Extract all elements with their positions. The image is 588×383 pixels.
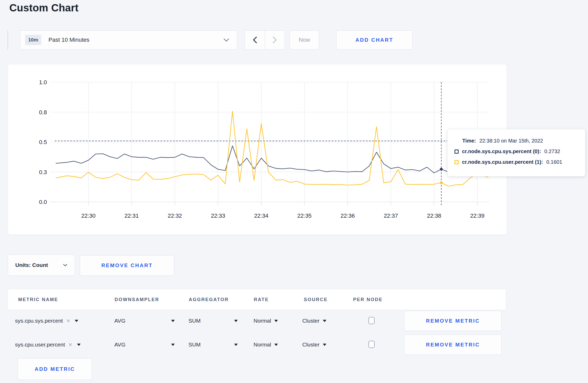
metric-name-value: sys.cpu.user.percent [15,342,65,348]
y-axis-tick-label: 1.0 [39,79,47,86]
x-axis-tick-label: 22:32 [168,212,182,219]
caret-down-icon [323,320,326,322]
x-axis-tick-label: 22:39 [470,212,484,219]
per-node-checkbox[interactable] [368,341,375,348]
time-forward-button[interactable] [265,31,285,49]
col-downsampler: DOWNSAMPLER [115,297,159,302]
metrics-table-header: METRIC NAME DOWNSAMPLER AGGREGATOR RATE … [8,289,506,310]
time-back-button[interactable] [245,31,265,49]
chevron-down-icon [63,264,67,266]
aggregator-select[interactable]: SUM [188,318,238,324]
chevron-left-icon [253,37,257,43]
remove-chart-label: REMOVE CHART [101,263,153,268]
caret-down-icon [75,320,78,322]
sys-series-swatch-icon [454,150,459,154]
remove-chart-button[interactable]: REMOVE CHART [80,255,174,276]
x-axis-tick-label: 22:30 [81,212,95,219]
col-rate: RATE [254,297,269,302]
now-button-label: Now [299,37,310,43]
aggregator-value: SUM [188,318,201,324]
toolbar-divider [8,30,8,49]
x-axis-tick-label: 22:31 [124,212,139,219]
x-axis-tick-label: 22:33 [211,212,225,219]
units-label: Units: Count [15,262,48,268]
tooltip-sys-value: 0.2732 [544,148,560,154]
rate-select[interactable]: Normal [254,342,278,348]
remove-metric-label: REMOVE METRIC [426,342,480,348]
metric-row: sys.cpu.user.percent × AVG SUM Normal Cl… [8,333,507,357]
metric-name-select[interactable]: sys.cpu.sys.percent × [15,317,78,324]
downsampler-select[interactable]: AVG [114,318,175,324]
page-title: Custom Chart [9,2,79,14]
col-per-node: PER NODE [353,297,383,302]
add-chart-button[interactable]: ADD CHART [336,30,412,49]
chart-card: 0.00.30.50.81.022:3022:3122:3222:3322:34… [8,64,507,235]
chevron-right-icon [273,37,277,43]
per-node-checkbox[interactable] [368,317,375,324]
y-axis-tick-label: 0.0 [39,199,47,205]
rate-value: Normal [254,342,271,348]
remove-metric-label: REMOVE METRIC [426,318,480,324]
metric-name-select[interactable]: sys.cpu.user.percent × [15,341,81,348]
col-aggregator: AGGREGATOR [189,297,229,302]
rate-select[interactable]: Normal [254,318,278,324]
remove-metric-x-icon[interactable]: × [69,341,72,348]
caret-down-icon [234,344,238,346]
units-dropdown[interactable]: Units: Count [8,254,75,276]
downsampler-value: AVG [114,342,125,348]
y-axis-tick-label: 0.8 [39,109,47,116]
tooltip-sys-label: cr.node.sys.cpu.sys.percent (0): [462,148,541,154]
metric-name-value: sys.cpu.sys.percent [15,318,63,324]
caret-down-icon [274,344,278,346]
tooltip-time-label: Time: [462,138,476,144]
x-axis-tick-label: 22:37 [384,212,398,219]
tooltip-user-value: 0.1601 [546,159,562,165]
downsampler-select[interactable]: AVG [114,342,175,348]
y-axis-tick-label: 0.3 [39,169,47,175]
series-cr.node.sys.cpu.user.percent [56,111,488,186]
chart-tooltip: Time: 22:38:10 on Mar 15th, 2022 cr.node… [447,129,585,176]
caret-down-icon [234,320,238,322]
x-axis-tick-label: 22:35 [297,212,312,219]
chevron-down-icon [223,38,229,42]
time-range-label: Past 10 Minutes [48,37,89,43]
y-axis-tick-label: 0.5 [39,139,47,145]
source-value: Cluster [302,318,320,324]
source-select[interactable]: Cluster [302,318,326,324]
rate-value: Normal [254,318,271,324]
user-series-swatch-icon [454,160,459,164]
caret-down-icon [77,344,81,346]
col-metric-name: METRIC NAME [18,297,58,302]
remove-metric-button[interactable]: REMOVE METRIC [404,335,502,355]
col-source: SOURCE [304,297,328,302]
aggregator-select[interactable]: SUM [188,342,238,348]
x-axis-tick-label: 22:38 [427,212,441,219]
caret-down-icon [323,344,326,346]
source-select[interactable]: Cluster [302,342,326,348]
x-axis-tick-label: 22:36 [340,212,355,219]
caret-down-icon [171,344,175,346]
add-metric-button[interactable]: ADD METRIC [18,358,92,380]
downsampler-value: AVG [114,318,125,324]
time-range-dropdown[interactable]: 10m Past 10 Minutes [20,30,237,49]
add-chart-label: ADD CHART [355,37,393,43]
caret-down-icon [171,320,175,322]
tooltip-time-value: 22:38:10 on Mar 15th, 2022 [479,138,543,144]
cpu-usage-line-chart[interactable]: 0.00.30.50.81.022:3022:3122:3222:3322:34… [8,64,507,235]
add-metric-label: ADD METRIC [35,366,75,372]
time-range-badge: 10m [25,35,41,45]
caret-down-icon [274,320,278,322]
x-axis-tick-label: 22:34 [254,212,268,219]
source-value: Cluster [302,342,320,348]
time-pager [244,30,285,49]
aggregator-value: SUM [188,342,201,348]
metric-row: sys.cpu.sys.percent × AVG SUM Normal Clu… [8,309,507,333]
now-button[interactable]: Now [290,30,319,49]
tooltip-user-label: cr.node.sys.cpu.user.percent (1): [462,159,543,165]
remove-metric-button[interactable]: REMOVE METRIC [404,311,502,331]
series-cr.node.sys.cpu.sys.percent [56,146,488,173]
remove-metric-x-icon[interactable]: × [66,317,70,324]
